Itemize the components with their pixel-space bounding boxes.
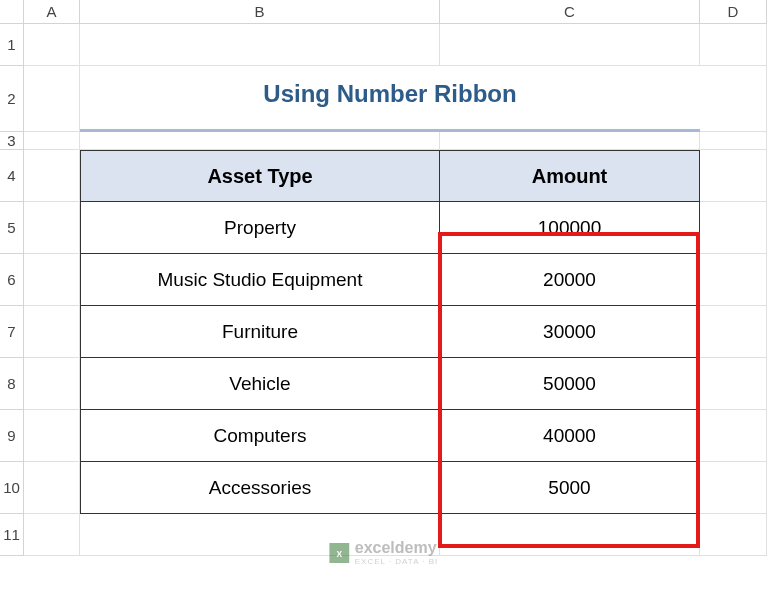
cell-a6[interactable] [24, 254, 80, 306]
watermark-tagline: EXCEL · DATA · BI [355, 557, 439, 566]
cell-a4[interactable] [24, 150, 80, 202]
table-row[interactable]: 20000 [440, 254, 700, 306]
cell-d8[interactable] [700, 358, 767, 410]
row-header-3[interactable]: 3 [0, 132, 24, 150]
table-row[interactable]: 30000 [440, 306, 700, 358]
row-header-6[interactable]: 6 [0, 254, 24, 306]
table-row[interactable]: Furniture [80, 306, 440, 358]
cell-a10[interactable] [24, 462, 80, 514]
watermark-name: exceldemy [355, 539, 439, 557]
row-header-4[interactable]: 4 [0, 150, 24, 202]
table-row[interactable]: Music Studio Equipment [80, 254, 440, 306]
cell-b3[interactable] [80, 132, 440, 150]
table-row[interactable]: Vehicle [80, 358, 440, 410]
cell-a1[interactable] [24, 24, 80, 66]
svg-text:X: X [336, 548, 342, 558]
cell-a3[interactable] [24, 132, 80, 150]
watermark: X exceldemy EXCEL · DATA · BI [329, 539, 439, 566]
table-row[interactable]: 5000 [440, 462, 700, 514]
table-row[interactable]: Accessories [80, 462, 440, 514]
cell-d2[interactable] [700, 66, 767, 132]
row-header-1[interactable]: 1 [0, 24, 24, 66]
row-header-9[interactable]: 9 [0, 410, 24, 462]
cell-c1[interactable] [440, 24, 700, 66]
row-header-7[interactable]: 7 [0, 306, 24, 358]
table-row[interactable]: 50000 [440, 358, 700, 410]
col-header-c[interactable]: C [440, 0, 700, 24]
row-header-11[interactable]: 11 [0, 514, 24, 556]
row-header-2[interactable]: 2 [0, 66, 24, 132]
row-header-10[interactable]: 10 [0, 462, 24, 514]
col-header-d[interactable]: D [700, 0, 767, 24]
excel-icon: X [329, 543, 349, 563]
cell-d10[interactable] [700, 462, 767, 514]
cell-d11[interactable] [700, 514, 767, 556]
cell-a11[interactable] [24, 514, 80, 556]
cell-a7[interactable] [24, 306, 80, 358]
cell-d6[interactable] [700, 254, 767, 306]
col-header-a[interactable]: A [24, 0, 80, 24]
select-all-corner[interactable] [0, 0, 24, 24]
cell-d3[interactable] [700, 132, 767, 150]
spreadsheet-grid: A B C D 1 2 Using Number Ribbon 3 4 Asse… [0, 0, 767, 556]
cell-a8[interactable] [24, 358, 80, 410]
page-title: Using Number Ribbon [80, 66, 700, 132]
cell-c3[interactable] [440, 132, 700, 150]
table-header-amount[interactable]: Amount [440, 150, 700, 202]
col-header-b[interactable]: B [80, 0, 440, 24]
table-row[interactable]: 40000 [440, 410, 700, 462]
cell-a2[interactable] [24, 66, 80, 132]
cell-b1[interactable] [80, 24, 440, 66]
table-row[interactable]: Property [80, 202, 440, 254]
cell-d1[interactable] [700, 24, 767, 66]
cell-c11[interactable] [440, 514, 700, 556]
table-row[interactable]: 100000 [440, 202, 700, 254]
table-header-asset[interactable]: Asset Type [80, 150, 440, 202]
row-header-8[interactable]: 8 [0, 358, 24, 410]
cell-d9[interactable] [700, 410, 767, 462]
cell-a5[interactable] [24, 202, 80, 254]
row-header-5[interactable]: 5 [0, 202, 24, 254]
cell-a9[interactable] [24, 410, 80, 462]
cell-d4[interactable] [700, 150, 767, 202]
table-row[interactable]: Computers [80, 410, 440, 462]
cell-d7[interactable] [700, 306, 767, 358]
cell-d5[interactable] [700, 202, 767, 254]
